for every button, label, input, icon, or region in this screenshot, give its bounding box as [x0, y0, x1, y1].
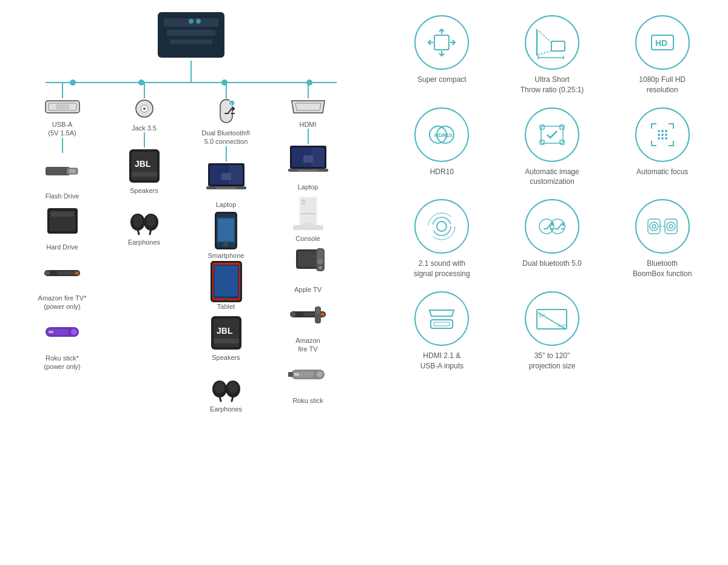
svg-line-34 — [138, 229, 139, 234]
svg-point-125 — [658, 137, 660, 140]
svg-rect-8 — [56, 105, 69, 109]
svg-text:120°: 120° — [558, 323, 568, 328]
flash-drive-image — [41, 153, 84, 189]
svg-rect-95 — [294, 373, 299, 376]
svg-point-62 — [215, 382, 224, 394]
svg-line-104 — [538, 51, 551, 55]
jack-vert-line — [144, 83, 145, 98]
laptop-hdmi-image — [287, 144, 329, 180]
auto-focus-circle — [635, 107, 690, 162]
svg-point-16 — [45, 271, 50, 276]
svg-rect-115 — [540, 125, 544, 129]
svg-rect-3 — [170, 39, 212, 44]
svg-point-56 — [224, 297, 228, 300]
svg-text:⎇: ⎇ — [224, 106, 235, 116]
feature-hdmi-usba: HDMI 2.1 &USB-A inputs — [388, 288, 496, 374]
svg-rect-96 — [288, 372, 293, 377]
svg-point-21 — [71, 329, 77, 335]
svg-rect-72 — [298, 170, 318, 171]
svg-point-120 — [661, 130, 664, 132]
svg-rect-116 — [560, 125, 564, 129]
hdr10-label: HDR10 — [430, 167, 454, 177]
dual-bt-label: Dual bluetooth 5.0 — [522, 259, 581, 269]
super-compact-label: Super compact — [417, 75, 467, 85]
throw-ratio-circle — [525, 15, 579, 70]
svg-point-122 — [658, 134, 660, 136]
svg-rect-22 — [49, 331, 53, 333]
earphones2-item: Earphones — [205, 366, 248, 413]
sound-circle — [414, 199, 469, 254]
main-trunk-line — [190, 61, 192, 82]
amazon-fire-tv-label: Amazon fire TV*(power only) — [38, 294, 87, 311]
svg-rect-70 — [303, 155, 313, 163]
earphones2-image — [205, 366, 248, 402]
svg-rect-117 — [540, 140, 544, 144]
amazon-fire-tv2-item: Amazonfire TV — [287, 297, 329, 354]
hdmi-usba-circle — [414, 291, 469, 346]
apple-tv-label: Apple TV — [294, 285, 322, 294]
console-item: Console — [287, 195, 329, 243]
flash-drive-label: Flash Drive — [46, 192, 79, 200]
feature-hdr10: HDR10 HDR10 — [388, 104, 496, 191]
svg-point-84 — [317, 259, 323, 265]
usba-port-icon — [44, 98, 81, 118]
earphones-label: Earphones — [128, 238, 160, 246]
auto-image-circle — [525, 107, 579, 162]
svg-line-103 — [538, 30, 551, 42]
jbl-speaker-label: Speakers — [130, 186, 158, 195]
amazon-fire-tv-image — [41, 255, 83, 291]
dual-bt-circle: ⎇ ⎇ — [525, 199, 579, 254]
hdmi-usba-label: HDMI 2.1 &USB-A inputs — [420, 351, 463, 371]
tree-diagram: USB-A(5V 1.5A) Flash Drive — [15, 6, 367, 417]
bt-sub-vert — [226, 146, 227, 161]
svg-point-25 — [143, 107, 146, 110]
right-panel: Super compact — [376, 0, 728, 565]
jbl-speaker2-image: JBL — [205, 314, 248, 351]
smartphone-image — [205, 212, 248, 249]
hd-circle: HD — [635, 15, 690, 70]
laptop-bt-item: Laptop — [205, 161, 248, 209]
roku-stick2-image — [287, 357, 329, 394]
jack-column: Jack 3.5 JBL Speakers — [103, 83, 185, 417]
svg-text:HDR10: HDR10 — [434, 132, 453, 138]
svg-rect-50 — [218, 219, 234, 241]
svg-rect-75 — [302, 200, 305, 201]
svg-rect-74 — [300, 198, 316, 226]
svg-text:⎇: ⎇ — [543, 221, 554, 231]
feature-1080p: HD 1080p Full HDresolution — [608, 12, 716, 98]
svg-line-65 — [220, 396, 221, 401]
svg-rect-11 — [69, 169, 75, 173]
hd-label: 1080p Full HDresolution — [639, 75, 686, 95]
svg-point-136 — [650, 222, 658, 231]
svg-rect-29 — [132, 172, 157, 177]
tablet-image — [205, 263, 248, 300]
svg-rect-143 — [434, 322, 450, 326]
amazon-fire-tv2-label: Amazonfire TV — [295, 336, 320, 354]
left-panel: USB-A(5V 1.5A) Flash Drive — [0, 0, 376, 565]
svg-point-33 — [146, 215, 156, 227]
hdmi-column: HDMI — [267, 83, 349, 417]
earphones-image — [123, 199, 166, 235]
svg-rect-77 — [302, 213, 315, 214]
feature-dual-bt: ⎇ ⎇ Dual bluetooth 5.0 — [499, 196, 606, 282]
roku-stick-image — [41, 315, 84, 351]
roku-stick2-item: Roku stick — [287, 357, 329, 405]
hdmi-sub-vert — [308, 129, 309, 144]
boombox-circle — [635, 199, 690, 254]
svg-rect-14 — [51, 212, 74, 217]
svg-point-123 — [661, 134, 664, 136]
svg-rect-79 — [302, 223, 314, 226]
auto-image-label: Automatic imagecustomization — [525, 167, 579, 188]
svg-rect-118 — [560, 140, 564, 144]
roku-stick-item: Roku stick*(power only) — [41, 315, 84, 371]
projection-circle: 35° 120° — [525, 291, 579, 346]
svg-point-64 — [228, 382, 238, 394]
amazon-fire-tv-item: Amazon fire TV*(power only) — [38, 255, 87, 311]
feature-throw-ratio: Ultra ShortThrow ratio (0.25:1) — [499, 12, 606, 98]
usba-column: USB-A(5V 1.5A) Flash Drive — [21, 83, 103, 417]
svg-line-35 — [150, 229, 151, 234]
console-image — [287, 195, 329, 232]
roku-stick-label: Roku stick*(power only) — [44, 354, 81, 371]
smartphone-label: Smartphone — [208, 251, 244, 260]
svg-rect-81 — [298, 251, 318, 267]
